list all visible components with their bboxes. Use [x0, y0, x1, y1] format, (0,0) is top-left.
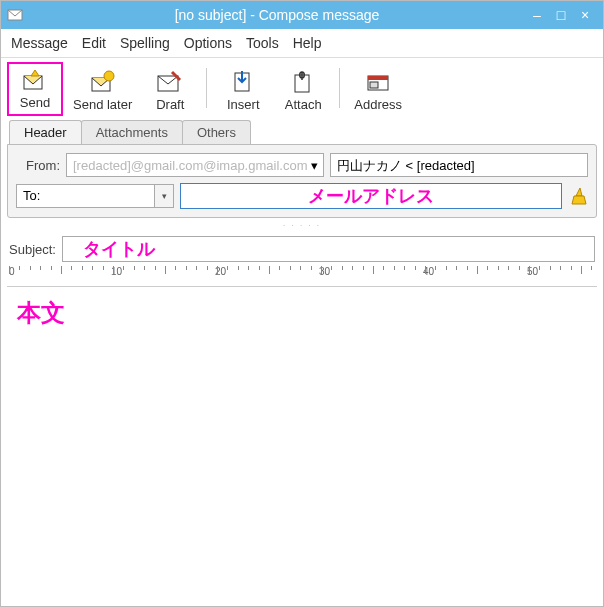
svg-rect-8 — [368, 76, 388, 80]
message-body-editor[interactable]: 本文 — [7, 286, 597, 556]
title-bar: [no subject] - Compose message – □ × — [1, 1, 603, 29]
recipient-type-select[interactable]: To: ▾ — [16, 184, 174, 208]
recipient-address-input[interactable]: メールアドレス — [180, 183, 562, 209]
insert-icon — [229, 70, 257, 97]
tab-header[interactable]: Header — [9, 120, 82, 144]
maximize-button[interactable]: □ — [549, 7, 573, 23]
address-icon — [364, 70, 392, 97]
menu-bar: Message Edit Spelling Options Tools Help — [1, 29, 603, 58]
send-later-icon — [89, 70, 117, 97]
close-button[interactable]: × — [573, 7, 597, 23]
send-label: Send — [20, 95, 50, 110]
svg-rect-9 — [370, 82, 378, 88]
app-icon — [7, 7, 23, 23]
draft-button[interactable]: Draft — [142, 62, 198, 116]
subject-label: Subject: — [9, 242, 56, 257]
menu-message[interactable]: Message — [11, 35, 68, 51]
from-name-field[interactable]: 円山ナカノ < [redacted] — [330, 153, 588, 177]
svg-point-3 — [104, 71, 114, 81]
send-later-button[interactable]: Send later — [67, 62, 138, 116]
tab-others[interactable]: Others — [182, 120, 251, 144]
draft-label: Draft — [156, 97, 184, 112]
menu-tools[interactable]: Tools — [246, 35, 279, 51]
clear-recipients-button[interactable] — [568, 186, 588, 206]
editor-ruler: 0 10 20 30 40 50 — [1, 266, 603, 286]
annotation-title: タイトル — [83, 237, 155, 261]
insert-label: Insert — [227, 97, 260, 112]
minimize-button[interactable]: – — [525, 7, 549, 23]
attach-button[interactable]: Attach — [275, 62, 331, 116]
chevron-down-icon: ▾ — [311, 158, 318, 173]
annotation-body: 本文 — [17, 299, 65, 326]
menu-spelling[interactable]: Spelling — [120, 35, 170, 51]
recipient-type-value: To: — [16, 184, 154, 208]
insert-button[interactable]: Insert — [215, 62, 271, 116]
send-icon — [21, 68, 49, 95]
subject-input[interactable]: タイトル — [62, 236, 595, 262]
send-later-label: Send later — [73, 97, 132, 112]
toolbar: Send Send later Draft Insert Attach Addr… — [1, 58, 603, 120]
attach-icon — [289, 70, 317, 97]
subject-row: Subject: タイトル — [1, 232, 603, 266]
panel-resize-gripper[interactable]: · · · · · — [1, 218, 603, 232]
from-value: [redacted]@gmail.com@imap.gmail.com — [73, 158, 307, 173]
menu-help[interactable]: Help — [293, 35, 322, 51]
tab-attachments[interactable]: Attachments — [81, 120, 183, 144]
from-dropdown[interactable]: [redacted]@gmail.com@imap.gmail.com ▾ — [66, 153, 324, 177]
annotation-mail-address: メールアドレス — [308, 184, 434, 208]
window-title: [no subject] - Compose message — [29, 7, 525, 23]
address-button[interactable]: Address — [348, 62, 408, 116]
menu-edit[interactable]: Edit — [82, 35, 106, 51]
compose-tabs: Header Attachments Others — [1, 120, 603, 144]
attach-label: Attach — [285, 97, 322, 112]
send-button[interactable]: Send — [7, 62, 63, 116]
draft-icon — [156, 70, 184, 97]
from-name-value: 円山ナカノ < [redacted] — [337, 158, 475, 173]
chevron-down-icon: ▾ — [162, 191, 167, 201]
toolbar-separator-2 — [339, 68, 340, 108]
toolbar-separator — [206, 68, 207, 108]
recipient-type-dropdown-button[interactable]: ▾ — [154, 184, 174, 208]
address-label: Address — [354, 97, 402, 112]
header-panel: From: [redacted]@gmail.com@imap.gmail.co… — [7, 144, 597, 218]
from-label: From: — [16, 158, 60, 173]
menu-options[interactable]: Options — [184, 35, 232, 51]
